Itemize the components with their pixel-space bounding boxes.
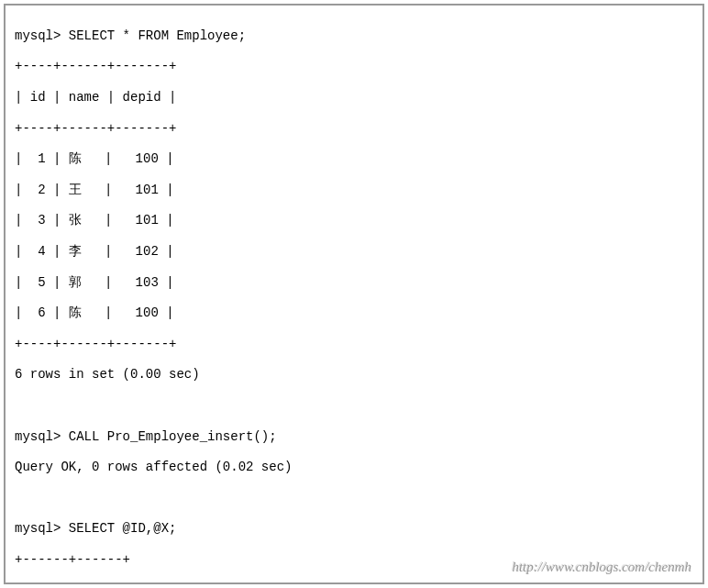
table-separator: +----+------+-------+: [15, 121, 693, 137]
query-line: mysql> SELECT @ID,@X;: [15, 521, 693, 537]
query-line: mysql> SELECT * FROM Employee;: [15, 28, 693, 44]
table-row: | 3 | 张 | 101 |: [15, 213, 693, 228]
blank-line: [15, 491, 693, 506]
result-summary: 6 rows in set (0.00 sec): [15, 367, 693, 383]
table-row: | 2 | 王 | 101 |: [15, 183, 693, 198]
table-row: | 4 | 李 | 102 |: [15, 244, 693, 260]
table-row: | 6 | 陈 | 100 |: [15, 305, 693, 321]
table-separator: +----+------+-------+: [15, 59, 693, 74]
table-row: | 1 | 陈 | 100 |: [15, 151, 693, 167]
table-header: | id | name | depid |: [15, 90, 693, 105]
mysql-terminal: mysql> SELECT * FROM Employee; +----+---…: [4, 4, 704, 584]
table-separator: +------+------+: [15, 552, 693, 568]
table-separator: +----+------+-------+: [15, 337, 693, 352]
table-row: | 5 | 郭 | 103 |: [15, 275, 693, 291]
call-statement: mysql> CALL Pro_Employee_insert();: [15, 429, 693, 445]
blank-line: [15, 398, 693, 414]
table-header: | @ID | @X |: [15, 582, 693, 584]
call-result: Query OK, 0 rows affected (0.02 sec): [15, 460, 693, 475]
